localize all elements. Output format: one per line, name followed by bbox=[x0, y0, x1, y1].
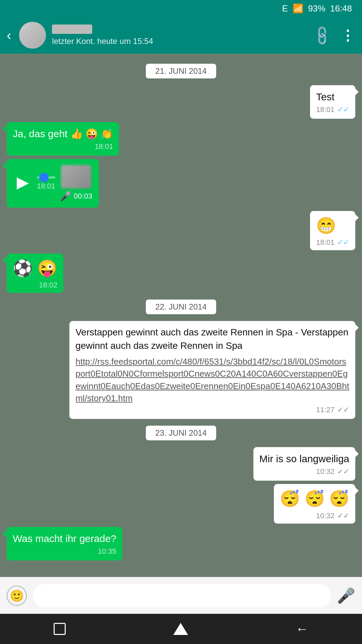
voice-right: 🎤 00:03 bbox=[60, 165, 92, 202]
message-text: ⚽ 😜 bbox=[13, 257, 57, 279]
emoji-button[interactable]: 🙂 bbox=[7, 586, 27, 606]
message-time: 18:01 bbox=[95, 142, 113, 151]
message-row: ⚽ 😜 18:02 bbox=[7, 254, 355, 293]
home-icon bbox=[173, 623, 188, 635]
contact-name-blurred bbox=[52, 24, 92, 34]
bubble-outgoing: Test 18:01 ✓✓ bbox=[310, 85, 355, 119]
voice-time-meta: 18:01 bbox=[37, 182, 55, 191]
bubble-link: Verstappen gewinnt auch das zweite Renne… bbox=[69, 321, 355, 419]
bubble-meta: 18:01 ✓✓ bbox=[316, 105, 349, 114]
voice-thumbnail bbox=[61, 165, 91, 189]
message-row: 😁 18:01 ✓✓ bbox=[7, 211, 355, 250]
status-bar-right: E 📶 93% 16:48 bbox=[282, 3, 352, 14]
voice-waveform bbox=[37, 176, 55, 178]
play-triangle-icon bbox=[17, 177, 29, 190]
contact-info: letzter Kont. heute um 15:54 bbox=[52, 24, 308, 46]
battery-level: 93% bbox=[308, 3, 325, 14]
message-text: Was macht ihr gerade? bbox=[13, 532, 116, 546]
back-icon: ← bbox=[296, 622, 308, 636]
bubble-meta: 18:01 ✓✓ bbox=[316, 238, 349, 247]
read-receipt: ✓✓ bbox=[337, 406, 349, 414]
date-label-2: 22. JUNI 2014 bbox=[146, 300, 216, 314]
message-time: 11:27 bbox=[316, 406, 335, 414]
read-receipt: ✓✓ bbox=[337, 105, 349, 114]
message-text: Ja, das geht 👍 😜 👏 bbox=[13, 127, 113, 141]
bubble-incoming: Ja, das geht 👍 😜 👏 18:01 bbox=[7, 122, 119, 156]
bubble-meta: 10:32 ✓✓ bbox=[259, 467, 349, 476]
bubble-incoming-emoji: ⚽ 😜 18:02 bbox=[7, 254, 63, 293]
bubble-outgoing-emoji: 😴 😴 😴 10:32 ✓✓ bbox=[274, 484, 355, 523]
back-button-nav[interactable]: ← bbox=[296, 622, 308, 636]
date-label-3: 23. JUNI 2014 bbox=[146, 426, 216, 440]
recent-apps-icon bbox=[54, 623, 66, 635]
signal-indicator: E bbox=[282, 3, 288, 14]
read-receipt: ✓✓ bbox=[337, 512, 349, 520]
link-url[interactable]: http://rss.feedsportal.com/c/480/f/6531/… bbox=[75, 356, 349, 405]
clock: 16:48 bbox=[330, 3, 352, 14]
bubble-incoming: Was macht ihr gerade? 10:35 bbox=[7, 527, 122, 560]
message-row: Was macht ihr gerade? 10:35 bbox=[7, 527, 355, 560]
read-receipt: ✓✓ bbox=[337, 467, 349, 476]
bubble-meta: 18:01 bbox=[13, 142, 113, 151]
message-row: 😴 😴 😴 10:32 ✓✓ bbox=[7, 484, 355, 523]
bubble-meta: 10:32 ✓✓ bbox=[280, 512, 349, 520]
home-button[interactable] bbox=[173, 623, 188, 635]
message-time: 10:32 bbox=[316, 512, 335, 520]
chat-toolbar: ‹ letzter Kont. heute um 15:54 🔗 ⋮ bbox=[0, 17, 362, 54]
attach-icon[interactable]: 🔗 bbox=[311, 24, 334, 47]
message-time: 18:01 bbox=[316, 238, 335, 247]
more-options-icon[interactable]: ⋮ bbox=[341, 27, 355, 44]
recent-apps-button[interactable] bbox=[54, 623, 66, 635]
date-label-1: 21. JUNI 2014 bbox=[146, 64, 216, 78]
contact-status: letzter Kont. heute um 15:54 bbox=[52, 37, 308, 46]
message-text: Test bbox=[316, 90, 349, 104]
input-bar: 🙂 🎤 bbox=[0, 577, 362, 614]
voice-progress-area: 18:01 bbox=[37, 176, 55, 191]
read-receipt: ✓✓ bbox=[337, 238, 349, 247]
bubble-outgoing: Mir is so langweiliga 10:32 ✓✓ bbox=[253, 447, 355, 481]
message-time: 18:01 bbox=[316, 105, 335, 114]
contact-avatar[interactable] bbox=[19, 22, 46, 49]
voice-timestamp: 18:01 bbox=[37, 182, 55, 191]
link-title: Verstappen gewinnt auch das zweite Renne… bbox=[75, 326, 349, 352]
voice-duration: 00:03 bbox=[74, 192, 92, 201]
date-separator-1: 21. JUNI 2014 bbox=[7, 64, 355, 78]
message-time: 10:32 bbox=[316, 467, 335, 476]
message-text: 😁 bbox=[316, 214, 349, 237]
bubble-meta: 11:27 ✓✓ bbox=[75, 406, 349, 414]
chat-area: 21. JUNI 2014 Test 18:01 ✓✓ Ja, das geht… bbox=[0, 54, 362, 577]
message-row-voice: 18:01 🎤 00:03 bbox=[7, 159, 355, 208]
android-nav-bar: ← bbox=[0, 614, 362, 644]
message-time: 18:02 bbox=[39, 281, 57, 289]
message-input[interactable] bbox=[33, 584, 331, 607]
message-row-link: Verstappen gewinnt auch das zweite Renne… bbox=[7, 321, 355, 419]
message-row: Mir is so langweiliga 10:32 ✓✓ bbox=[7, 447, 355, 481]
toolbar-actions: 🔗 ⋮ bbox=[314, 27, 355, 44]
bubble-meta: 18:02 bbox=[13, 281, 57, 289]
back-button[interactable]: ‹ bbox=[7, 28, 11, 43]
bubble-meta: 10:35 bbox=[13, 547, 116, 556]
message-text: Mir is so langweiliga bbox=[259, 452, 349, 466]
voice-progress-dot bbox=[39, 173, 49, 182]
play-button[interactable] bbox=[13, 174, 32, 193]
date-separator-3: 23. JUNI 2014 bbox=[7, 426, 355, 440]
signal-bars-icon: 📶 bbox=[293, 3, 303, 14]
message-text: 😴 😴 😴 bbox=[280, 487, 349, 510]
message-row: Ja, das geht 👍 😜 👏 18:01 bbox=[7, 122, 355, 156]
voice-message-bubble[interactable]: 18:01 🎤 00:03 bbox=[7, 159, 99, 208]
mic-icon: 🎤 bbox=[60, 191, 72, 202]
bubble-outgoing-emoji: 😁 18:01 ✓✓ bbox=[310, 211, 355, 250]
status-bar: E 📶 93% 16:48 bbox=[0, 0, 362, 17]
message-time: 10:35 bbox=[98, 547, 116, 556]
message-row: Test 18:01 ✓✓ bbox=[7, 85, 355, 119]
date-separator-2: 22. JUNI 2014 bbox=[7, 300, 355, 314]
mic-button[interactable]: 🎤 bbox=[337, 587, 355, 604]
